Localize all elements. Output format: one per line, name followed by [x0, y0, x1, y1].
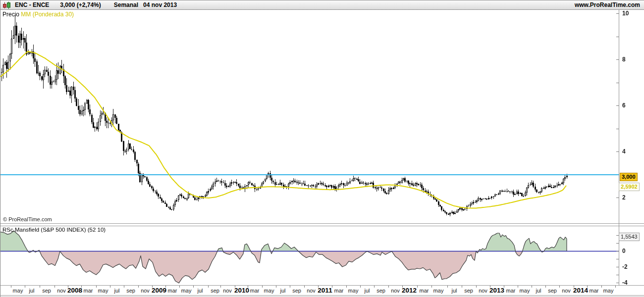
x-axis-tick: [276, 286, 276, 288]
x-axis-year-2014: 2014: [573, 287, 588, 294]
x-axis-month-nov: nov: [141, 288, 150, 294]
last-price-tag: 3,000: [620, 173, 638, 181]
x-axis-year-2010: 2010: [234, 287, 249, 294]
x-axis-tick: [574, 286, 574, 288]
x-axis-tick: [220, 286, 221, 288]
x-axis-tick: [208, 286, 209, 288]
x-axis-month-jul: jul: [364, 288, 370, 294]
x-axis-month-mar: mar: [250, 288, 260, 294]
copyright-text: © ProRealTime.com: [3, 216, 52, 222]
x-axis-tick: [25, 286, 25, 288]
price-legend-label[interactable]: Precio: [2, 11, 19, 18]
x-axis-month-nov: nov: [391, 288, 400, 294]
x-axis-tick: [68, 286, 68, 288]
candlestick-icon: [2, 1, 12, 9]
x-axis-year-2011: 2011: [318, 287, 332, 294]
x-axis-year-2013: 2013: [489, 287, 504, 294]
x-axis-tick: [40, 286, 40, 288]
price-axis-label-6: 6: [622, 102, 626, 109]
x-axis-tick: [179, 286, 180, 288]
x-axis-tick: [518, 286, 518, 288]
time-axis[interactable]: mayjulsepnov2008marmayjulsepnov2009marma…: [0, 286, 644, 295]
x-axis-month-mar: mar: [506, 288, 516, 294]
x-axis-tick: [587, 286, 588, 288]
x-axis-month-mar: mar: [420, 288, 429, 294]
x-axis-month-sep: sep: [211, 288, 219, 294]
x-axis-year-2012: 2012: [402, 287, 417, 294]
x-axis-tick: [152, 286, 153, 288]
price-pane: Precio MM (Ponderada 30) © ProRealTime.c…: [0, 10, 644, 224]
x-axis-month-mar: mar: [168, 288, 177, 294]
x-axis-month-mar: mar: [84, 288, 93, 294]
x-axis-tick: [54, 286, 55, 288]
price-axis-label-10: 10: [622, 10, 629, 17]
x-axis-tick: [11, 286, 11, 288]
price-axis-label-4: 4: [622, 148, 626, 155]
x-axis-month-nov: nov: [223, 288, 232, 294]
x-axis-tick: [96, 286, 97, 288]
timeframe-label: Semanal: [114, 1, 138, 8]
x-axis-month-sep: sep: [464, 288, 473, 294]
x-axis-month-sep: sep: [292, 288, 301, 294]
x-axis-month-mar: mar: [334, 288, 344, 294]
x-axis-tick: [290, 286, 290, 288]
x-axis-tick: [81, 286, 82, 288]
mm-value-tag: 2,5902: [619, 183, 640, 191]
x-axis-tick: [490, 286, 490, 288]
rsc-value-tag: 1,5543: [619, 233, 640, 241]
x-axis-tick: [504, 286, 504, 288]
x-axis-tick: [318, 286, 319, 288]
last-price-and-change: 3,000 (+2,74%): [60, 1, 101, 8]
price-axis-label-2: 2: [622, 194, 626, 201]
x-axis-tick: [388, 286, 389, 288]
indicator-title[interactable]: RSc Mansfield (S&P 500 INDEX) (52 10): [2, 227, 106, 233]
x-axis-month-sep: sep: [126, 288, 135, 294]
x-axis-month-may: may: [348, 288, 359, 294]
x-axis-year-2009: 2009: [152, 287, 166, 294]
x-axis-month-jul: jul: [280, 288, 285, 294]
x-axis-month-nov: nov: [562, 288, 571, 294]
x-axis-tick: [559, 286, 560, 288]
instrument-name: ENC - ENCE: [15, 1, 49, 8]
x-axis-tick: [193, 286, 194, 288]
indicator-pane: RSc Mansfield (S&P 500 INDEX) (52 10) 20…: [0, 226, 644, 286]
prorealtime-watermark: www.ProRealTime.com: [575, 1, 640, 8]
rsc-axis-label-0: 0: [622, 248, 626, 254]
x-axis-tick: [124, 286, 124, 288]
x-axis-month-jul: jul: [197, 288, 203, 294]
rsc-axis-label--4: -4: [622, 279, 628, 286]
x-axis-tick: [476, 286, 477, 288]
x-axis-tick: [532, 286, 532, 288]
x-axis-month-may: may: [603, 288, 614, 294]
price-legend: Precio MM (Ponderada 30): [2, 11, 74, 18]
x-axis-month-jul: jul: [536, 288, 541, 294]
bottom-edge-strip: [0, 295, 644, 297]
mm-legend-label[interactable]: MM (Ponderada 30): [21, 11, 74, 18]
x-axis-month-nov: nov: [57, 288, 66, 294]
x-axis-tick: [360, 286, 361, 288]
x-axis-tick: [110, 286, 110, 288]
x-axis-tick: [262, 286, 263, 288]
x-axis-month-sep: sep: [42, 288, 51, 294]
x-axis-month-may: may: [264, 288, 274, 294]
chart-title-bar: ENC - ENCE 3,000 (+2,74%) Semanal 04 nov…: [0, 0, 644, 10]
x-axis-tick: [374, 286, 375, 288]
x-axis-month-may: may: [98, 288, 108, 294]
x-axis-tick: [138, 286, 139, 288]
x-axis-month-may: may: [181, 288, 192, 294]
x-axis-tick: [165, 286, 166, 288]
x-axis-month-sep: sep: [548, 288, 557, 294]
x-axis-month-nov: nov: [307, 288, 316, 294]
x-axis-month-jul: jul: [114, 288, 119, 294]
rsc-axis-label--2: -2: [622, 263, 628, 270]
x-axis-tick: [346, 286, 347, 288]
x-axis-tick: [601, 286, 602, 288]
x-axis-tick: [462, 286, 462, 288]
x-axis-month-sep: sep: [376, 288, 385, 294]
price-chart-canvas[interactable]: [0, 10, 644, 223]
indicator-canvas[interactable]: [0, 226, 644, 285]
price-axis-label-8: 8: [622, 56, 626, 63]
x-axis-year-2008: 2008: [67, 287, 82, 294]
x-axis-tick: [402, 286, 403, 288]
x-axis-month-jul: jul: [451, 288, 457, 294]
